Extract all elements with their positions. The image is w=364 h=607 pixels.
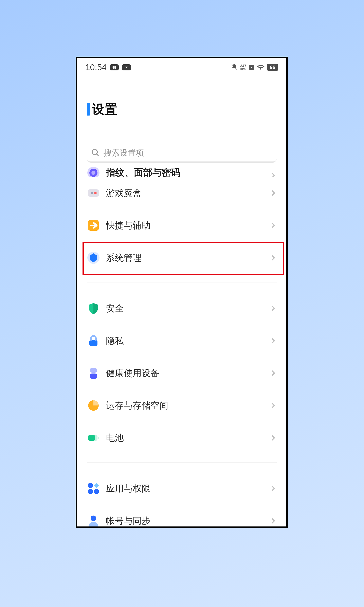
settings-row-label: 安全 bbox=[106, 303, 264, 315]
settings-list: 指纹、面部与密码 游戏魔盒 快捷与辅助 bbox=[77, 163, 286, 527]
fingerprint-icon bbox=[87, 166, 100, 177]
page-title: 设置 bbox=[87, 101, 277, 118]
settings-row-system[interactable]: 系统管理 bbox=[87, 242, 277, 274]
page-title-text: 设置 bbox=[92, 101, 117, 118]
chevron-right-icon bbox=[270, 337, 277, 344]
settings-row-label: 系统管理 bbox=[106, 252, 264, 264]
settings-row-wellbeing[interactable]: 健康使用设备 bbox=[87, 357, 277, 389]
settings-row-shortcut[interactable]: 快捷与辅助 bbox=[87, 209, 277, 242]
section-divider bbox=[87, 462, 277, 462]
user-icon bbox=[87, 514, 100, 527]
chevron-right-icon bbox=[270, 402, 277, 409]
search-input[interactable]: 搜索设置项 bbox=[87, 144, 277, 163]
settings-scroll[interactable]: 指纹、面部与密码 游戏魔盒 快捷与辅助 bbox=[77, 163, 286, 527]
chevron-right-icon bbox=[270, 435, 277, 441]
page-header: 设置 bbox=[77, 77, 286, 128]
chevron-right-icon bbox=[270, 305, 277, 312]
settings-row-storage[interactable]: 运存与存储空间 bbox=[87, 389, 277, 422]
net-speed-value: 347 bbox=[240, 64, 246, 68]
lock-icon bbox=[87, 334, 100, 347]
settings-row-security[interactable]: 安全 bbox=[87, 292, 277, 325]
svg-rect-14 bbox=[89, 340, 97, 346]
status-time: 10:54 bbox=[85, 63, 106, 72]
chevron-right-icon bbox=[270, 370, 277, 377]
settings-row-apps[interactable]: 应用与权限 bbox=[87, 472, 277, 505]
chevron-right-icon bbox=[270, 190, 277, 197]
shield-icon bbox=[87, 302, 100, 315]
status-bar: 10:54 347 KB/s x bbox=[77, 58, 286, 77]
status-indicator-1-icon bbox=[110, 64, 119, 70]
net-speed-unit: KB/s bbox=[240, 68, 246, 71]
settings-row-label: 帐号与同步 bbox=[106, 515, 264, 527]
chevron-right-icon bbox=[270, 517, 277, 524]
search-placeholder: 搜索设置项 bbox=[104, 147, 144, 158]
svg-point-10 bbox=[94, 192, 97, 194]
svg-point-3 bbox=[92, 149, 97, 155]
status-indicator-2-icon bbox=[122, 64, 131, 70]
svg-rect-0 bbox=[113, 66, 114, 69]
settings-row-fingerprint[interactable]: 指纹、面部与密码 bbox=[87, 163, 277, 177]
svg-rect-15 bbox=[90, 368, 97, 373]
hex-gear-icon bbox=[87, 251, 100, 264]
stage: 10:54 347 KB/s x bbox=[0, 0, 364, 607]
svg-point-25 bbox=[91, 515, 96, 521]
status-bar-left: 10:54 bbox=[85, 63, 131, 72]
chevron-right-icon bbox=[270, 172, 277, 177]
wifi-icon bbox=[257, 63, 264, 72]
svg-rect-21 bbox=[88, 483, 93, 488]
settings-row-label: 电池 bbox=[106, 432, 264, 444]
status-bar-right: 347 KB/s x 96 bbox=[231, 63, 278, 72]
pie-icon bbox=[87, 399, 100, 412]
battery-icon bbox=[87, 431, 100, 444]
svg-rect-1 bbox=[115, 66, 116, 69]
svg-rect-16 bbox=[90, 373, 97, 379]
settings-row-label: 游戏魔盒 bbox=[106, 187, 264, 199]
settings-row-label: 快捷与辅助 bbox=[106, 220, 264, 231]
svg-marker-24 bbox=[94, 483, 99, 488]
settings-row-privacy[interactable]: 隐私 bbox=[87, 325, 277, 357]
settings-row-label: 应用与权限 bbox=[106, 483, 264, 494]
chevron-right-icon bbox=[270, 222, 277, 229]
battery-level: 96 bbox=[267, 64, 278, 71]
svg-rect-23 bbox=[94, 489, 99, 494]
gamebox-icon bbox=[87, 186, 100, 199]
svg-point-7 bbox=[91, 171, 95, 175]
settings-row-account[interactable]: 帐号与同步 bbox=[87, 505, 277, 527]
svg-rect-22 bbox=[88, 489, 93, 494]
title-accent-bar bbox=[87, 103, 90, 116]
svg-rect-20 bbox=[98, 437, 99, 439]
svg-line-4 bbox=[97, 154, 99, 156]
section-divider bbox=[87, 282, 277, 282]
net-speed: 347 KB/s bbox=[240, 64, 246, 71]
search-wrap: 搜索设置项 bbox=[77, 128, 286, 163]
settings-row-battery[interactable]: 电池 bbox=[87, 422, 277, 454]
svg-rect-8 bbox=[88, 189, 99, 197]
svg-rect-19 bbox=[88, 435, 95, 441]
mute-icon bbox=[231, 64, 238, 71]
phone-screen: 10:54 347 KB/s x bbox=[77, 58, 286, 527]
apps-icon bbox=[87, 482, 100, 495]
settings-row-label: 运存与存储空间 bbox=[106, 400, 264, 411]
svg-point-9 bbox=[91, 192, 93, 194]
settings-row-gamebox[interactable]: 游戏魔盒 bbox=[87, 177, 277, 209]
chevron-right-icon bbox=[270, 254, 277, 261]
wellbeing-icon bbox=[87, 367, 100, 380]
sim-no-signal-icon: x bbox=[249, 65, 254, 70]
settings-row-label: 健康使用设备 bbox=[106, 367, 264, 379]
chevron-right-icon bbox=[270, 485, 277, 492]
settings-row-label: 隐私 bbox=[106, 335, 264, 347]
phone-frame: 10:54 347 KB/s x bbox=[76, 57, 288, 528]
settings-row-label: 指纹、面部与密码 bbox=[106, 166, 264, 177]
arrow-right-box-icon bbox=[87, 219, 100, 232]
search-icon bbox=[91, 148, 100, 157]
